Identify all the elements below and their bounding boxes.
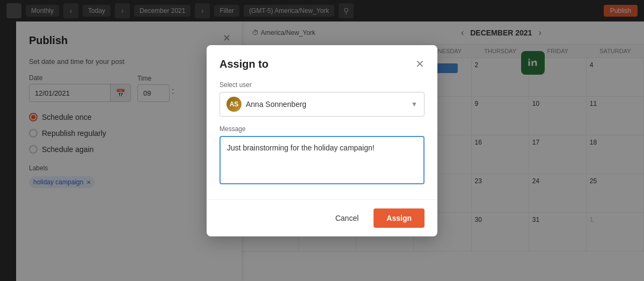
message-textarea[interactable]: [219, 136, 425, 184]
assign-button[interactable]: Assign: [374, 208, 425, 228]
user-select-left: AS Anna Sonnenberg: [226, 97, 306, 112]
assign-dialog-header: Assign to ✕: [207, 45, 437, 70]
assign-dialog-footer: Cancel Assign: [207, 199, 437, 236]
assign-dialog: Assign to ✕ Select user AS Anna Sonnenbe…: [207, 45, 437, 236]
chevron-down-icon: ▼: [411, 100, 418, 108]
assign-dialog-body: Select user AS Anna Sonnenberg ▼ Message: [207, 70, 437, 199]
assign-dialog-title: Assign to: [219, 58, 268, 70]
assign-dialog-close-btn[interactable]: ✕: [415, 59, 425, 69]
user-select-dropdown[interactable]: AS Anna Sonnenberg ▼: [219, 92, 425, 117]
message-label: Message: [219, 125, 425, 133]
select-user-label: Select user: [219, 81, 425, 89]
user-avatar: AS: [226, 97, 241, 112]
user-name: Anna Sonnenberg: [246, 100, 306, 109]
cancel-button[interactable]: Cancel: [327, 208, 368, 228]
